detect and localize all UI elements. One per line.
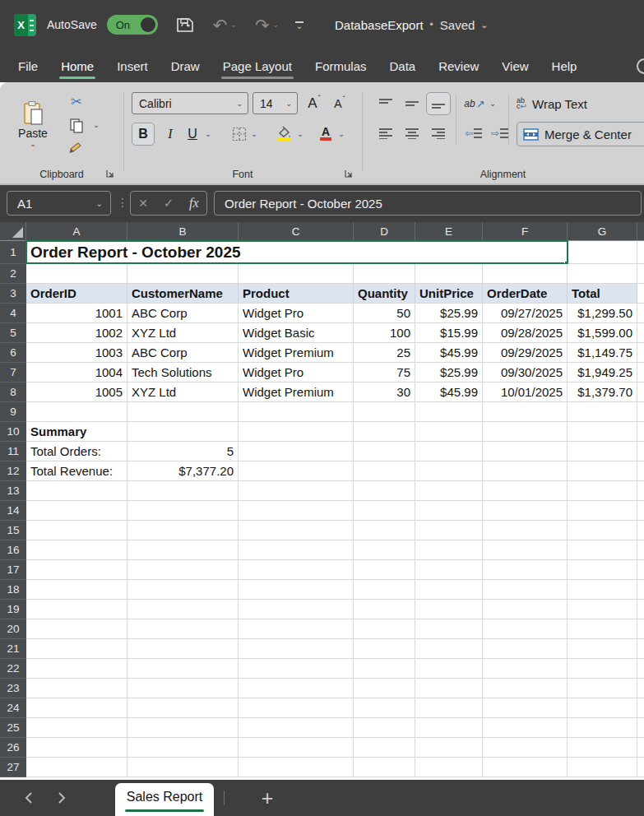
cell-E11[interactable] [415,442,483,461]
cell-E21[interactable] [415,639,483,658]
row-header-2[interactable]: 2 [0,264,26,284]
cell-B12[interactable]: $7,377.20 [127,461,239,480]
column-header-G[interactable]: G [568,222,637,240]
cell-E18[interactable] [415,580,483,599]
cell-C4[interactable]: Widget Pro [239,304,354,322]
row-header-7[interactable]: 7 [0,363,26,382]
cell-G6[interactable]: $1,149.75 [568,343,637,362]
cell-G14[interactable] [568,501,637,520]
cell-A8[interactable]: 1005 [26,382,127,401]
cell-A10[interactable]: Summary [26,422,127,441]
undo-dropdown-icon[interactable]: ⌄ [230,21,237,29]
cell-A25[interactable] [26,718,127,737]
cell-D22[interactable] [354,659,415,678]
row-header-19[interactable]: 19 [0,600,26,619]
menu-item-view[interactable]: View [490,49,540,82]
cancel-icon[interactable]: ✕ [138,197,148,210]
row-header-25[interactable]: 25 [0,718,26,738]
cell-C22[interactable] [239,659,354,678]
autosave-toggle[interactable]: On [107,15,158,35]
fill-color-dropdown-button[interactable]: ⌄ [294,128,306,140]
row-header-16[interactable]: 16 [0,540,26,560]
cell-C24[interactable] [239,698,354,717]
align-center-button[interactable] [401,123,423,143]
cell-D9[interactable] [354,402,415,421]
column-header-F[interactable]: F [483,222,568,240]
row-header-11[interactable]: 11 [0,442,26,461]
cell-F11[interactable] [483,442,568,461]
cell-G9[interactable] [568,402,637,421]
cell-F15[interactable] [483,521,568,540]
cell-F22[interactable] [483,659,568,678]
prev-sheet-button[interactable] [21,790,38,806]
row-header-8[interactable]: 8 [0,382,26,402]
fill-color-button[interactable] [273,121,294,146]
cell-F26[interactable] [483,738,568,757]
cell-A14[interactable] [26,501,127,520]
row-header-24[interactable]: 24 [0,698,26,718]
menu-item-review[interactable]: Review [427,49,490,82]
next-sheet-button[interactable] [53,790,69,806]
row-header-12[interactable]: 12 [0,461,26,481]
cell-E25[interactable] [415,718,483,737]
cell-D17[interactable] [354,560,415,579]
cell-C23[interactable] [239,679,354,698]
toolbar-options-button[interactable]: ⌄ [295,21,303,29]
cell-A17[interactable] [26,560,127,579]
underline-button[interactable]: U [183,123,202,146]
redo-button[interactable]: ↷ ⌄ [255,16,279,34]
cell-D6[interactable]: 25 [354,343,415,362]
menu-item-draw[interactable]: Draw [160,49,211,82]
cell-B5[interactable]: XYZ Ltd [127,323,239,342]
menu-item-formulas[interactable]: Formulas [303,49,378,82]
cell-E13[interactable] [415,481,483,500]
cell-C27[interactable] [239,758,354,777]
cell-C7[interactable]: Widget Pro [239,363,354,382]
cell-B16[interactable] [127,540,239,559]
cell-A27[interactable] [26,758,127,777]
cell-C17[interactable] [239,560,354,579]
cell-E23[interactable] [415,679,483,698]
cell-F19[interactable] [483,600,568,619]
cell-A6[interactable]: 1003 [26,343,127,362]
cell-A26[interactable] [26,738,127,757]
row-header-26[interactable]: 26 [0,738,26,758]
row-header-9[interactable]: 9 [0,402,26,422]
cell-F2[interactable] [483,264,568,283]
cell-C5[interactable]: Widget Basic [239,323,354,342]
cell-D26[interactable] [354,738,415,757]
cell-A23[interactable] [26,679,127,698]
name-box[interactable]: A1 ⌄ [7,191,111,216]
font-size-select[interactable]: 14 ⌄ [253,92,298,114]
wrap-text-button[interactable]: abc↩ Wrap Text [517,92,640,115]
cell-C9[interactable] [239,402,354,421]
cell-B8[interactable]: XYZ Ltd [127,382,239,401]
column-header-A[interactable]: A [26,222,127,240]
cell-D7[interactable]: 75 [354,363,415,382]
cell-D14[interactable] [354,501,415,520]
cell-D8[interactable]: 30 [354,382,415,401]
cell-G5[interactable]: $1,599.00 [568,323,637,342]
cell-C15[interactable] [239,521,354,540]
cell-A7[interactable]: 1004 [26,363,127,382]
cell-F12[interactable] [483,461,568,480]
format-painter-button[interactable] [67,140,86,156]
font-color-dropdown-button[interactable]: ⌄ [336,128,347,140]
cell-E27[interactable] [415,758,483,777]
cell-F17[interactable] [483,560,568,579]
cell-C2[interactable] [239,264,354,283]
cell-C13[interactable] [239,481,354,500]
cell-G26[interactable] [568,738,637,757]
cell-C8[interactable]: Widget Premium [239,382,354,401]
font-name-select[interactable]: Calibri ⌄ [132,92,248,114]
row-header-21[interactable]: 21 [0,639,26,659]
copy-dropdown-button[interactable]: ⌄ [90,119,102,131]
sheet-tab-sales-report[interactable]: Sales Report [115,783,214,816]
cell-A11[interactable]: Total Orders: [26,442,127,461]
borders-button[interactable] [229,123,250,146]
align-top-button[interactable] [375,94,396,114]
cell-G12[interactable] [568,461,637,480]
cell-D4[interactable]: 50 [354,304,415,322]
cell-G15[interactable] [568,521,637,540]
cell-G13[interactable] [568,481,637,500]
